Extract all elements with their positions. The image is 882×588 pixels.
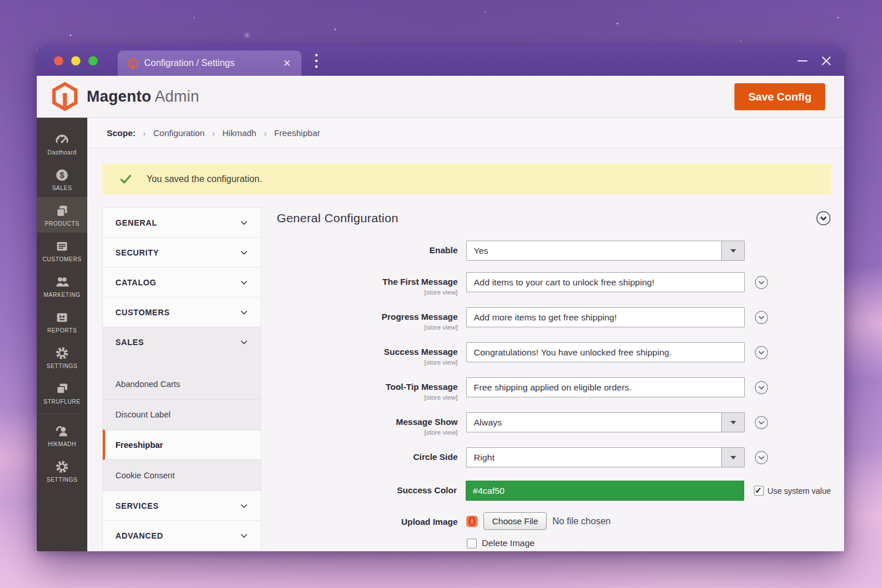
sidebar-item-settings-2[interactable]: SETTINGS (37, 453, 87, 489)
sidebar-item-label: SETTINGS (47, 363, 78, 369)
nav-section-services[interactable]: SERVICES (103, 491, 261, 521)
chevron-down-icon (240, 308, 248, 316)
select-arrow-icon[interactable] (721, 241, 744, 260)
field-row-success-color: Success Color #4caf50 Use system value (276, 481, 831, 501)
nav-section-advanced[interactable]: ADVANCED (103, 521, 261, 551)
traffic-light-zoom-icon[interactable] (88, 56, 98, 65)
traffic-light-close-icon[interactable] (54, 56, 63, 65)
select-arrow-icon[interactable] (721, 448, 744, 467)
window-close-icon[interactable] (821, 56, 831, 66)
chevron-down-icon (240, 502, 248, 510)
sidebar-item-label: PRODUCTS (45, 220, 79, 227)
select-arrow-icon[interactable] (721, 413, 744, 432)
nav-item-cookie-consent[interactable]: Cookie Consent (103, 460, 261, 490)
field-chevron-icon[interactable] (755, 276, 768, 289)
color-value: #4caf50 (473, 486, 505, 496)
nav-section-catalog[interactable]: CATALOG (103, 268, 261, 297)
choose-file-button[interactable]: Choose File (483, 512, 547, 530)
sidebar-item-customers[interactable]: CUSTOMERS (37, 233, 87, 268)
success-color-input[interactable]: #4caf50 (466, 481, 744, 501)
nav-section-security[interactable]: SECURITY (103, 238, 261, 268)
sidebar-item-products[interactable]: PRODUCTS (37, 197, 87, 233)
products-icon (55, 203, 69, 218)
sidebar-item-reports[interactable]: REPORTS (37, 304, 87, 339)
tab-close-icon[interactable]: ✕ (281, 57, 293, 69)
sidebar-item-label: SETTINGS (47, 477, 78, 483)
field-label: Upload Image (401, 517, 458, 527)
save-config-button[interactable]: Save Config (734, 83, 825, 110)
field-scope-label: [store view] (276, 394, 458, 401)
field-chevron-icon[interactable] (755, 311, 768, 324)
use-system-value-label: Use system value (768, 486, 831, 496)
delete-image-checkbox[interactable] (467, 539, 477, 548)
field-label: Success Message (384, 347, 458, 357)
sidebar-item-structure[interactable]: STRUFLURE (37, 375, 87, 411)
structure-pages-icon (55, 381, 69, 396)
field-label: Progress Message (381, 312, 458, 322)
sales-icon: $ (55, 168, 69, 183)
field-chevron-icon[interactable] (755, 416, 768, 430)
use-system-value-checkbox[interactable] (754, 486, 764, 496)
sidebar-item-hikmadh[interactable]: HIKMADH (37, 417, 87, 453)
settings-gear-icon (55, 346, 69, 361)
sidebar-divider (42, 413, 82, 414)
field-row-progress-message: Progress Message [store view] (276, 307, 831, 331)
sidebar-item-label: Dasthoard (48, 149, 77, 156)
field-label: The First Message (382, 277, 458, 287)
nav-item-discount-label[interactable]: Discount Label (103, 399, 261, 430)
nav-section-label: GENERAL (115, 218, 157, 227)
brand-secondary: Admin (154, 88, 199, 105)
nav-section-customers[interactable]: CUSTOMERS (103, 297, 261, 327)
progress-message-input[interactable] (466, 307, 745, 327)
breadcrumb: Scope: › Configuration › Hikmadh › Frees… (87, 118, 844, 148)
field-chevron-icon[interactable] (755, 451, 768, 465)
upload-image-badge-icon (466, 515, 478, 528)
breadcrumb-item-configuration[interactable]: Configuration (153, 128, 204, 138)
nav-item-abandoned-carts[interactable]: Abandoned Carts (103, 369, 261, 399)
field-scope-label: [store view] (276, 359, 458, 366)
chevron-down-icon (240, 338, 248, 346)
sidebar-item-label: MARKETING (44, 292, 80, 298)
window-minimize-icon[interactable] (798, 60, 807, 61)
traffic-light-minimize-icon[interactable] (71, 56, 80, 65)
field-chevron-icon[interactable] (755, 381, 768, 394)
sidebar-item-settings[interactable]: SETTINGS (37, 339, 87, 375)
sidebar-item-label: SALES (52, 185, 72, 191)
field-row-circle-side: Circle Side Right (276, 447, 831, 467)
first-message-input[interactable] (466, 272, 745, 292)
browser-tab[interactable]: Configration / Settings ✕ (118, 51, 301, 76)
kebab-menu-icon[interactable] (312, 54, 321, 68)
sidebar-item-label: HIKMADH (48, 441, 76, 447)
success-message-input[interactable] (466, 342, 745, 362)
field-row-message-show: Message Show [store view] Always (276, 412, 831, 436)
section-collapse-icon[interactable] (816, 211, 831, 226)
tooltip-message-input[interactable] (466, 377, 745, 397)
field-chevron-icon[interactable] (755, 346, 768, 359)
config-nav-panel: GENERAL SECURITY CATALOG CUSTOMERS (102, 207, 261, 551)
sidebar-item-marketing[interactable]: MARKETING (37, 268, 87, 304)
dashboard-icon (55, 132, 69, 147)
nav-section-general[interactable]: GENERAL (103, 208, 261, 238)
sidebar-item-dashboard[interactable]: Dasthoard (37, 126, 87, 161)
sidebar-item-label: STRUFLURE (44, 399, 81, 405)
magento-favicon-icon (128, 58, 138, 69)
marketing-icon (55, 274, 69, 289)
circle-side-select[interactable]: Right (466, 447, 745, 467)
chevron-down-icon (240, 249, 248, 257)
titlebar: Configration / Settings ✕ (37, 46, 844, 76)
enable-select[interactable]: Yes (466, 241, 745, 261)
customers-icon (55, 239, 69, 254)
breadcrumb-item-hikmadh[interactable]: Hikmadh (222, 128, 256, 138)
nav-section-sales[interactable]: SALES (103, 327, 261, 357)
nav-item-freeshipbar[interactable]: Freeshipbar (103, 430, 261, 460)
field-row-first-message: The First Message [store view] (276, 272, 831, 296)
sidebar-item-sales[interactable]: $ SALES (37, 161, 87, 197)
sidebar-item-label: REPORTS (47, 327, 77, 334)
field-scope-label: [store view] (276, 429, 458, 436)
message-show-select[interactable]: Always (466, 412, 745, 432)
select-value: Yes (467, 241, 721, 260)
field-row-success-message: Success Message [store view] (276, 342, 831, 366)
admin-header: MagentoAdmin Save Config (37, 76, 844, 118)
field-row-upload-image: Upload Image Choose File No fil (276, 512, 831, 548)
nav-section-label: SECURITY (115, 248, 159, 257)
